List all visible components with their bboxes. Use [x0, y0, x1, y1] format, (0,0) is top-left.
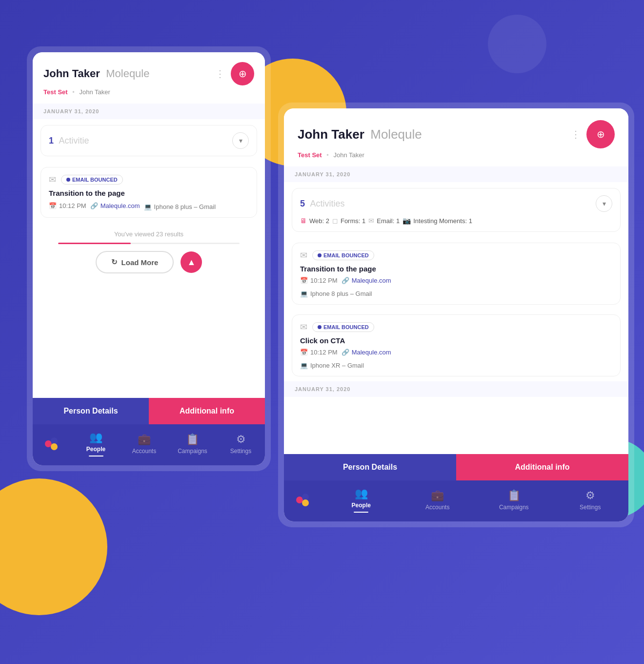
svg-point-3 [296, 497, 303, 503]
link-icon-front-1: 🔗 [342, 277, 349, 284]
tab-settings-label-back: Settings [230, 448, 251, 455]
network-icon: ⊕ [239, 68, 247, 80]
front-card-header: John Taker Molequle ⋮ ⊕ Test Set • John … [284, 108, 628, 166]
svg-point-4 [302, 494, 309, 500]
settings-icon-front: ⚙ [585, 489, 595, 502]
scroll-up-button[interactable]: ▲ [181, 251, 202, 273]
tab-campaigns-label-back: Campaigns [178, 448, 207, 455]
back-card-user: John Taker [79, 88, 110, 96]
front-card-date-1: JANUARY 31, 2020 [284, 166, 628, 182]
front-card-expand-btn[interactable]: ▾ [596, 195, 612, 212]
tab-campaigns-front[interactable]: 📋 Campaigns [476, 487, 552, 513]
device-icon-front-1: 💻 [300, 290, 308, 297]
clock-icon-front-1: 📅 [300, 277, 308, 284]
back-card-activity-1-title: Transition to the page [49, 189, 249, 197]
email-bounced-badge-back-1: EMAIL BOUNCED [61, 175, 123, 185]
svg-point-0 [45, 440, 52, 447]
back-card-wrapper: John Taker Molequle ⋮ ⊕ Test Set • John … [27, 46, 271, 471]
activity-link-front-1[interactable]: Malequle.com [352, 277, 391, 284]
tab-people-front[interactable]: 👥 People [323, 485, 400, 515]
envelope-icon-front-2: ✉ [300, 322, 307, 332]
back-card-activities-count: 1 [49, 136, 54, 145]
front-card-activity-2-title: Click on CTA [300, 336, 612, 345]
back-card-expand-btn[interactable]: ▾ [232, 132, 249, 149]
back-card-title: John Taker Molequle [43, 67, 149, 80]
web-icon: 🖥 [300, 217, 307, 225]
tab-settings-label-front: Settings [580, 504, 601, 511]
device-icon-front-2: 💻 [300, 362, 308, 369]
front-card-activity-1: ✉ EMAIL BOUNCED Transition to the page 📅… [292, 243, 621, 305]
people-icon-front: 👥 [355, 487, 368, 500]
tab-people-back[interactable]: 👥 People [72, 429, 120, 458]
front-card-activities-block: 5 Activities ▾ 🖥 Web: 2 ◻ Forms: 1 ✉ Ema… [292, 188, 621, 232]
tab-accounts-front[interactable]: 💼 Accounts [400, 487, 476, 513]
front-card: John Taker Molequle ⋮ ⊕ Test Set • John … [284, 108, 628, 521]
envelope-icon-back-1: ✉ [49, 174, 56, 185]
svg-point-2 [51, 443, 58, 450]
back-card-action-bar: Person Details Additional info [33, 398, 265, 424]
back-card-company: Molequle [106, 67, 149, 80]
front-card-activity-2: ✉ EMAIL BOUNCED Click on CTA 📅 10:12 PM … [292, 314, 621, 376]
front-card-activities-label: Activities [310, 199, 344, 208]
svg-point-1 [51, 437, 58, 444]
front-card-company: Molequle [370, 127, 422, 142]
tab-settings-front[interactable]: ⚙ Settings [552, 487, 629, 513]
front-card-avatar-btn[interactable]: ⊕ [586, 120, 615, 148]
results-text-back: You've viewed 23 results [43, 230, 254, 238]
load-more-icon: ↻ [111, 258, 118, 267]
email-tag-icon: ✉ [368, 217, 374, 225]
device-label-back-1: Iphone 8 plus – Gmail [154, 203, 216, 210]
tab-accounts-label-front: Accounts [425, 504, 449, 511]
back-card-activity-1: ✉ EMAIL BOUNCED Transition to the page 📅… [40, 167, 257, 218]
campaigns-icon-front: 📋 [507, 489, 521, 502]
person-details-button-front[interactable]: Person Details [284, 454, 456, 480]
back-card-date: JANUARY 31, 2020 [33, 104, 265, 119]
people-icon-back: 👥 [89, 431, 102, 444]
forms-icon: ◻ [332, 217, 338, 225]
front-card-activities-count: 5 [300, 199, 305, 208]
back-card-menu-dots[interactable]: ⋮ [215, 68, 226, 80]
back-card-name: John Taker [43, 67, 100, 80]
email-bounced-badge-front-1: EMAIL BOUNCED [312, 250, 374, 260]
network-icon-front: ⊕ [597, 128, 605, 140]
device-label-front-2: Iphone XR – Gmail [310, 362, 364, 369]
tab-people-label-front: People [352, 502, 371, 509]
tab-settings-back[interactable]: ⚙ Settings [217, 431, 265, 456]
moments-icon: 📷 [402, 217, 411, 225]
email-bounced-badge-front-2: EMAIL BOUNCED [312, 322, 374, 332]
back-card-tag: Test Set [43, 88, 68, 96]
additional-info-button-back[interactable]: Additional info [149, 398, 265, 424]
front-card-user: John Taker [333, 151, 364, 159]
clock-icon-back-1: 📅 [49, 202, 57, 209]
front-card-subtitle: Test Set • John Taker [298, 151, 615, 159]
svg-point-5 [302, 499, 309, 506]
activity-link-front-2[interactable]: Malequle.com [352, 349, 391, 356]
activity-link-back-1[interactable]: Malequle.com [101, 202, 140, 209]
accounts-icon-back: 💼 [138, 433, 151, 446]
back-card-avatar-btn[interactable]: ⊕ [231, 62, 254, 85]
front-card-activity-tags: 🖥 Web: 2 ◻ Forms: 1 ✉ Email: 1 📷 Intesti… [300, 217, 612, 225]
load-more-button[interactable]: ↻ Load More [96, 251, 174, 273]
front-card-activity-2-meta: 📅 10:12 PM 🔗 Malequle.com 💻 Iphone XR – … [300, 349, 612, 369]
tab-logo-back [33, 435, 72, 453]
front-card-wrapper: John Taker Molequle ⋮ ⊕ Test Set • John … [278, 103, 634, 527]
front-card-menu-dots[interactable]: ⋮ [571, 128, 582, 140]
additional-info-button-front[interactable]: Additional info [456, 454, 628, 480]
clock-icon-front-2: 📅 [300, 349, 308, 356]
back-card-activities-block: 1 Activitie ▾ [40, 125, 257, 156]
tab-campaigns-back[interactable]: 📋 Campaigns [168, 431, 217, 456]
back-card-header-actions: ⋮ ⊕ [215, 62, 254, 85]
envelope-icon-front-1: ✉ [300, 250, 307, 261]
tab-logo-front [284, 491, 323, 509]
front-card-date-2: JANUARY 31, 2020 [284, 381, 628, 397]
back-card-subtitle: Test Set • John Taker [43, 88, 254, 96]
app-logo-back [43, 435, 61, 453]
back-card-bottom-tabs: 👥 People 💼 Accounts 📋 Campaigns ⚙ Settin… [33, 424, 265, 465]
person-details-button-back[interactable]: Person Details [33, 398, 149, 424]
back-card: John Taker Molequle ⋮ ⊕ Test Set • John … [33, 52, 265, 465]
back-card-activities-label: Activitie [59, 136, 89, 145]
tab-campaigns-label-front: Campaigns [499, 504, 529, 511]
front-card-activity-1-meta: 📅 10:12 PM 🔗 Malequle.com 💻 Iphone 8 plu… [300, 277, 612, 297]
tab-accounts-back[interactable]: 💼 Accounts [120, 431, 168, 456]
front-card-header-actions: ⋮ ⊕ [571, 120, 615, 148]
